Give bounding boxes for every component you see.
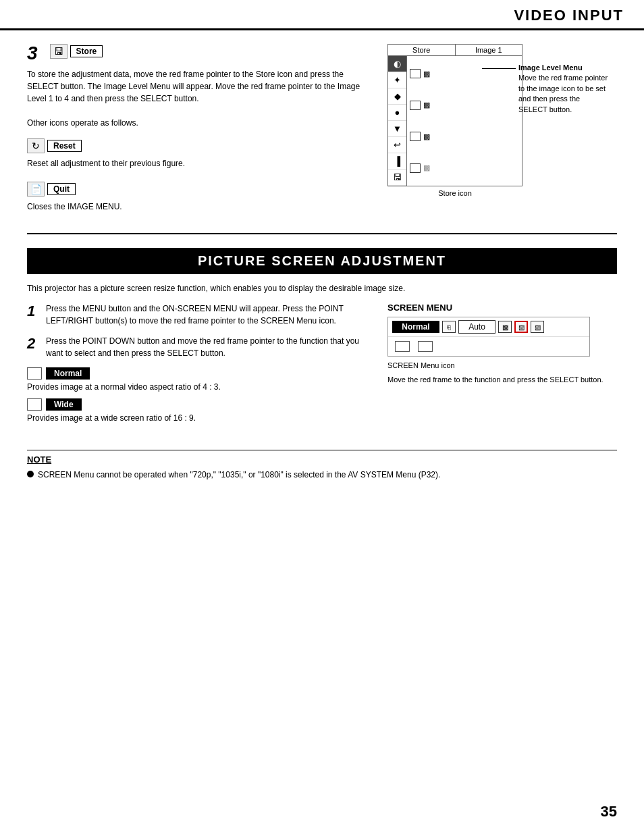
screen-menu-icon-note: SCREEN Menu icon: [387, 361, 455, 369]
image-level-text: Image Level Menu Move the red frame poin…: [516, 63, 610, 115]
option-sq-2: [410, 101, 421, 110]
page-content: 3 🖫 Store To store the adjustment data, …: [0, 30, 644, 494]
menu-icon-5: ▼: [388, 121, 406, 137]
screen-icon-c: ▧: [514, 321, 528, 333]
psa-section: PICTURE SCREEN ADJUSTMENT This projector…: [27, 248, 617, 481]
reset-row: ↻ Reset Reset all adjustment to their pr…: [27, 138, 367, 176]
psa-step2-number: 2: [27, 335, 41, 359]
screen-auto-box: Auto: [458, 320, 495, 334]
menu-icon-4: ●: [388, 105, 406, 121]
wide-option-section: Wide Provides image at a wide screen rat…: [27, 398, 367, 423]
psa-body: 1 Press the MENU button and the ON-SCREE…: [27, 303, 617, 429]
option-row-4: ▩: [410, 163, 519, 173]
step3-right: Store Image 1 ◐ ✦ ◆ ● ▼ ↩ ▐ 🖫: [387, 44, 617, 219]
option-sq-3: [410, 132, 421, 141]
option-sq-1: [410, 69, 421, 78]
psa-step1-text: Press the MENU button and the ON-SCREEN …: [46, 303, 367, 327]
note-title: NOTE: [27, 454, 617, 465]
callout-line: [482, 68, 516, 69]
psa-step1: 1 Press the MENU button and the ON-SCREE…: [27, 303, 367, 327]
other-icons-label: Other icons operate as follows.: [27, 118, 367, 128]
normal-desc: Provides image at a normal video aspect …: [27, 382, 367, 392]
quit-label: Quit: [47, 183, 76, 195]
psa-step2: 2 Press the POINT DOWN button and move t…: [27, 335, 367, 359]
menu-header-image1: Image 1: [456, 45, 522, 55]
screen-menu-box: Normal ⎗ Auto ▩ ▧ ▧: [387, 317, 590, 357]
screen-menu-top-row: Normal ⎗ Auto ▩ ▧ ▧: [388, 317, 589, 337]
screen-rect-1: [395, 341, 410, 352]
step3-section: 3 🖫 Store To store the adjustment data, …: [27, 44, 617, 219]
note-text: SCREEN Menu cannot be operated when "720…: [38, 469, 440, 481]
wide-desc: Provides image at a wide screen ratio of…: [27, 413, 367, 423]
reset-label: Reset: [47, 140, 82, 152]
menu-icon-1: ◐: [388, 56, 406, 72]
screen-icon-b: ▩: [498, 321, 512, 333]
wide-option-row: Wide: [27, 398, 367, 411]
option-label-1: ▩: [423, 70, 430, 78]
menu-icon-2: ✦: [388, 72, 406, 88]
screen-rect-2: [418, 341, 433, 352]
menu-icon-3: ◆: [388, 88, 406, 105]
screen-menu-annotation: SCREEN Menu icon: [387, 361, 617, 371]
image-menu-desc: Move the red frame pointer to the image …: [518, 74, 608, 113]
option-row-3: ▩: [410, 132, 519, 141]
note-section: NOTE SCREEN Menu cannot be operated when…: [27, 450, 617, 481]
screen-menu-bottom-row: [388, 337, 589, 356]
note-item: SCREEN Menu cannot be operated when "720…: [27, 469, 617, 481]
option-label-3: ▩: [423, 132, 430, 141]
psa-left: 1 Press the MENU button and the ON-SCREE…: [27, 303, 367, 429]
screen-menu-label: SCREEN MENU: [387, 303, 617, 313]
option-sq-4: [410, 163, 421, 173]
step3-left: 3 🖫 Store To store the adjustment data, …: [27, 44, 367, 219]
menu-icon-7: ▐: [388, 153, 406, 170]
screen-move-note: Move the red frame to the function and p…: [387, 375, 617, 385]
store-icon: 🖫: [50, 44, 68, 59]
image-level-callout: Image Level Menu Move the red frame poin…: [482, 63, 610, 115]
wide-icon-box: [27, 398, 42, 411]
psa-step1-number: 1: [27, 303, 41, 327]
screen-icon-d: ▧: [531, 321, 544, 333]
normal-label-box: Normal: [46, 367, 90, 380]
other-icons: Other icons operate as follows. ↻ Reset …: [27, 111, 367, 219]
menu-left-icons: ◐ ✦ ◆ ● ▼ ↩ ▐ 🖫: [388, 56, 407, 186]
page-header: VIDEO INPUT: [0, 0, 644, 30]
store-icon-label: Store icon: [387, 189, 522, 197]
store-label: Store: [70, 45, 103, 57]
psa-step2-text: Press the POINT DOWN button and move the…: [46, 335, 367, 359]
option-label-2: ▩: [423, 101, 430, 109]
step3-description: To store the adjustment data, move the r…: [27, 68, 367, 105]
page-number: 35: [601, 803, 617, 820]
image-menu-title: Image Level Menu: [518, 63, 583, 72]
reset-desc: Reset all adjustment to their previous f…: [27, 157, 367, 170]
store-button: 🖫 Store: [50, 44, 103, 59]
menu-icon-store: 🖫: [388, 170, 406, 186]
option-label-4: ▩: [423, 163, 430, 172]
screen-icon-a: ⎗: [442, 321, 456, 333]
step3-number: 3: [27, 44, 38, 63]
page-title: VIDEO INPUT: [514, 7, 624, 24]
menu-header-store: Store: [388, 45, 456, 55]
wide-label-box: Wide: [46, 398, 82, 411]
quit-icon: 📄: [27, 182, 45, 197]
quit-desc: Closes the IMAGE MENU.: [27, 201, 367, 213]
psa-intro: This projector has a picture screen resi…: [27, 284, 617, 293]
quit-button: 📄 Quit: [27, 182, 76, 197]
reset-button: ↻ Reset: [27, 138, 82, 153]
quit-row: 📄 Quit Closes the IMAGE MENU.: [27, 182, 367, 219]
image-level-diagram: Store Image 1 ◐ ✦ ◆ ● ▼ ↩ ▐ 🖫: [387, 44, 603, 197]
psa-header: PICTURE SCREEN ADJUSTMENT: [27, 248, 617, 274]
section-divider: [27, 233, 617, 234]
screen-normal-box: Normal: [392, 321, 439, 333]
psa-right: SCREEN MENU Normal ⎗ Auto ▩ ▧ ▧: [387, 303, 617, 429]
menu-top-row: Store Image 1: [388, 45, 522, 56]
normal-icon-box: [27, 367, 42, 380]
note-bullet: [27, 471, 34, 477]
menu-icon-6: ↩: [388, 137, 406, 153]
normal-option-section: Normal Provides image at a normal video …: [27, 367, 367, 392]
normal-option-row: Normal: [27, 367, 367, 380]
reset-icon: ↻: [27, 138, 45, 153]
